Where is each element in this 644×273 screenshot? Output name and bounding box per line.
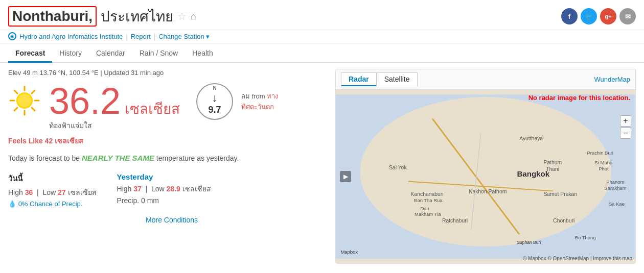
map-tab-radar[interactable]: Radar (341, 72, 377, 86)
wind-arrow-icon: ↓ (212, 91, 218, 105)
svg-text:Suphan Buri: Suphan Buri (517, 240, 541, 245)
today-title: วันนี้ (8, 172, 97, 185)
twitter-button[interactable]: 🐦 (581, 8, 597, 24)
nav-tabs: Forecast History Calendar Rain / Snow He… (0, 45, 644, 63)
change-station-link[interactable]: Change Station ▾ (158, 33, 210, 40)
yesterday-unit: เซลเซียส (182, 185, 211, 193)
report-link[interactable]: Report (131, 33, 151, 40)
today-high-label: High (8, 188, 23, 196)
home-icon[interactable]: ⌂ (191, 11, 196, 22)
change-station-label: Change Station (158, 33, 204, 40)
broadcast-icon: ◉ (8, 32, 16, 40)
svg-text:Pathum: Pathum (543, 160, 562, 165)
yesterday-low-label: Low (151, 185, 165, 193)
subheader: ◉ Hydro and Agro Infomatics Institute | … (0, 30, 644, 44)
today-high-low: High 36 | Low 27 เซลเซียส (8, 187, 97, 198)
feels-like: Feels Like 42 เซลเซียส (8, 135, 335, 146)
today-precip: 💧 0% Chance of Precip. (8, 200, 97, 208)
map-zoom-in-button[interactable]: + (620, 115, 631, 127)
yesterday-low-value: 28.9 (167, 185, 180, 193)
map-play-button[interactable]: ▶ (340, 171, 351, 182)
svg-text:Sarakham: Sarakham (605, 185, 627, 191)
email-button[interactable]: ✉ (619, 8, 636, 24)
feels-like-value: 42 (45, 137, 53, 145)
today-unit: เซลเซียส (68, 188, 97, 196)
svg-text:Nakhon Pathom: Nakhon Pathom (469, 189, 507, 194)
more-conditions-link[interactable]: More Conditions (146, 216, 198, 224)
svg-text:Samut Prakan: Samut Prakan (543, 191, 577, 197)
yesterday-precip-value: 0 mm (141, 196, 159, 205)
favorite-star-icon[interactable]: ☆ (177, 10, 187, 22)
city-name: Nonthaburi, (8, 6, 97, 27)
map-tab-group: Radar Satellite (341, 72, 418, 86)
temperature-unit-thai: เซลเซียส (125, 101, 180, 117)
change-station-chevron-icon: ▾ (206, 33, 210, 40)
svg-text:Bangkok: Bangkok (517, 169, 549, 178)
tab-history[interactable]: History (52, 45, 89, 63)
yesterday-precip: Precip. 0 mm (117, 196, 211, 205)
map-attribution: © Mapbox © OpenStreetMap | Improve this … (523, 256, 632, 261)
today-high-value: 36 (25, 188, 33, 196)
no-radar-message: No radar image for this location. (528, 94, 630, 102)
svg-text:Chonburi: Chonburi (553, 218, 574, 224)
left-panel: Elev 49 m 13.76 °N, 100.54 °E | Updated … (8, 69, 335, 264)
today-low-value: 27 (58, 188, 66, 196)
svg-text:Prachin Buri: Prachin Buri (587, 150, 613, 156)
svg-text:Ayutthaya: Ayutthaya (519, 136, 543, 141)
sun-icon (8, 84, 41, 118)
country-name: ประเทศไทย (101, 5, 173, 28)
tab-health[interactable]: Health (185, 45, 220, 63)
svg-text:Dan: Dan (420, 206, 429, 211)
yesterday-title: Yesterday (117, 172, 211, 181)
svg-text:Ban Tha Rua: Ban Tha Rua (414, 197, 443, 203)
today-conditions: วันนี้ High 36 | Low 27 เซลเซียส 💧 0% Ch… (8, 172, 97, 208)
yesterday-high-label: High (117, 185, 132, 193)
wind-from-label: ลม from (241, 92, 265, 100)
google-plus-button[interactable]: g+ (600, 8, 616, 24)
facebook-button[interactable]: f (561, 8, 578, 24)
svg-line-6 (32, 90, 35, 93)
map-tabs-bar: Radar Satellite WunderMap (336, 69, 635, 90)
institute-link[interactable]: Hydro and Agro Infomatics Institute (19, 33, 123, 40)
tab-forecast[interactable]: Forecast (8, 45, 52, 63)
wind-direction-label: ลม from ทางทิศตะวันตก (241, 91, 282, 112)
svg-line-7 (14, 108, 17, 111)
elevation-info: Elev 49 m 13.76 °N, 100.54 °E | Updated … (8, 69, 335, 77)
forecast-highlight: NEARLY THE SAME (82, 154, 154, 162)
right-panel: Radar Satellite WunderMap (335, 69, 636, 264)
forecast-suffix: temperature as yesterday. (156, 154, 239, 162)
today-precip-value: 0% Chance of Precip. (18, 200, 83, 208)
conditions-row: วันนี้ High 36 | Low 27 เซลเซียส 💧 0% Ch… (8, 172, 335, 208)
map-container: Ayutthaya Sai Yok Kanchanaburi Ban Tha R… (336, 90, 635, 263)
tab-calendar[interactable]: Calendar (89, 45, 132, 63)
header-left: Nonthaburi, ประเทศไทย ☆ ⌂ (8, 5, 196, 28)
forecast-text: Today is forecast to be NEARLY THE SAME … (8, 153, 335, 164)
tab-rain-snow[interactable]: Rain / Snow (132, 45, 185, 63)
temperature-display: 36.2 เซลเซียส (49, 83, 180, 120)
yesterday-conditions: Yesterday High 37 | Low 28.9 เซลเซียส Pr… (117, 172, 211, 208)
sky-condition: ท้องฟ้าแจ่มใส (49, 120, 335, 131)
map-tab-satellite[interactable]: Satellite (377, 72, 418, 86)
svg-text:Sai Yok: Sai Yok (389, 165, 407, 170)
precip-drop-icon: 💧 (8, 200, 16, 208)
wind-compass: N ↓ 9.7 (196, 83, 233, 120)
yesterday-high-value: 37 (133, 185, 142, 193)
svg-text:Mapbox: Mapbox (340, 249, 358, 255)
temperature-value: 36.2 (49, 81, 121, 121)
svg-text:Si Maha: Si Maha (595, 160, 613, 165)
svg-text:Phanom: Phanom (606, 179, 624, 185)
page-header: Nonthaburi, ประเทศไทย ☆ ⌂ f 🐦 g+ ✉ (0, 0, 644, 30)
separator-1: | (126, 33, 127, 40)
svg-text:Phot: Phot (599, 166, 609, 171)
wundermap-link[interactable]: WunderMap (594, 76, 630, 83)
svg-point-9 (18, 94, 31, 107)
svg-text:Ratchaburi: Ratchaburi (442, 218, 468, 224)
svg-line-4 (14, 90, 17, 93)
svg-point-11 (360, 97, 611, 246)
svg-text:Kanchanaburi: Kanchanaburi (411, 191, 444, 197)
map-zoom-out-button[interactable]: − (620, 128, 631, 139)
compass-north-label: N (213, 85, 216, 91)
feels-like-unit: เซลเซียส (55, 137, 83, 145)
svg-text:Bo Thong: Bo Thong (575, 235, 596, 240)
social-icons: f 🐦 g+ ✉ (561, 8, 636, 24)
